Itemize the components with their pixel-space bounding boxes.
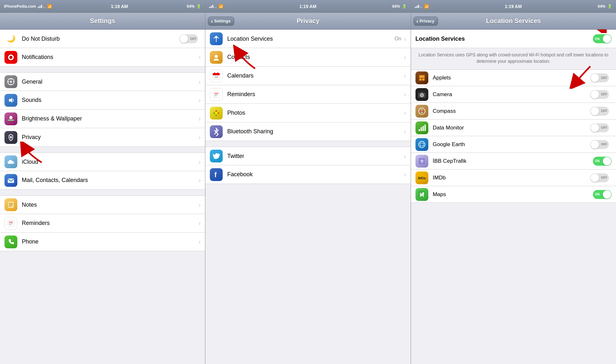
privacy-item-bluetooth[interactable]: Bluetooth Sharing › (205, 122, 410, 141)
imdb-app-icon: IMDb (415, 171, 428, 184)
app-row-ibb-ceptrafik[interactable]: ⚜ İBB CepTrafik (411, 153, 616, 170)
svg-rect-39 (422, 79, 424, 80)
location-services-toggle-row[interactable]: Location Services (411, 29, 616, 48)
applets-toggle[interactable] (590, 73, 609, 82)
camera-app-icon (415, 88, 428, 101)
settings-item-notifications[interactable]: Notifications › (0, 48, 205, 67)
svg-text:14: 14 (215, 76, 218, 79)
svg-marker-9 (9, 98, 12, 103)
app-row-maps[interactable]: Maps (411, 186, 616, 203)
reminders2-chevron: › (404, 91, 406, 98)
location-services-main-label: Location Services (415, 36, 593, 42)
sounds-label: Sounds (22, 97, 199, 103)
location-services-value: On (395, 36, 401, 42)
imdb-toggle[interactable] (590, 173, 609, 182)
location-apps-group: Applets Camera Compass (411, 70, 616, 203)
general-label: General (22, 79, 199, 85)
battery-icon-2: 🔋 (402, 4, 407, 9)
location-services-content: Location Services Location Services uses… (411, 29, 616, 364)
wifi-icon: 📶 (47, 4, 52, 9)
location-back-button[interactable]: Privacy (414, 17, 438, 26)
settings-item-general[interactable]: General › (0, 72, 205, 91)
google-earth-toggle[interactable] (590, 140, 609, 149)
wifi-icon-2: 📶 (218, 4, 223, 9)
notes-label: Notes (22, 202, 199, 208)
status-right-1: 64% 🔋 (187, 4, 201, 9)
svg-text:f: f (214, 171, 217, 179)
general-chevron: › (199, 78, 201, 86)
location-services-main-toggle[interactable] (593, 34, 612, 43)
privacy-item-contacts[interactable]: Contacts › (205, 48, 410, 67)
privacy-item-photos[interactable]: Photos › (205, 104, 410, 122)
camera-toggle[interactable] (590, 90, 609, 99)
settings-item-reminders[interactable]: Reminders › (0, 214, 205, 233)
privacy-label: Privacy (22, 134, 199, 141)
privacy-item-facebook[interactable]: f Facebook › (205, 165, 410, 184)
compass-toggle[interactable] (590, 107, 609, 116)
svg-rect-50 (424, 125, 426, 131)
settings-item-sounds[interactable]: Sounds › (0, 91, 205, 110)
data-monitor-toggle[interactable] (590, 123, 609, 132)
privacy-item-twitter[interactable]: Twitter › (205, 147, 410, 165)
ibb-toggle[interactable] (593, 157, 612, 166)
privacy-item-location[interactable]: Location Services On › (205, 29, 410, 48)
app-row-camera[interactable]: Camera (411, 86, 616, 103)
ibb-label: İBB CepTrafik (433, 158, 593, 164)
status-right-2: 64% 🔋 (392, 4, 407, 9)
svg-point-23 (215, 55, 218, 58)
privacy-item-calendars[interactable]: 14 Calendars › (205, 67, 410, 85)
time-1: 1:18 AM (111, 4, 128, 9)
compass-label: Compass (433, 108, 590, 114)
notes-chevron: › (199, 201, 201, 209)
reminders-label: Reminders (22, 220, 199, 227)
bluetooth-label: Bluetooth Sharing (227, 128, 404, 135)
do-not-disturb-toggle[interactable] (179, 34, 198, 43)
svg-point-42 (421, 95, 423, 96)
svg-point-34 (215, 112, 218, 114)
battery-icon-1: 🔋 (196, 4, 201, 9)
app-row-google-earth[interactable]: Google Earth (411, 136, 616, 153)
reminders2-label: Reminders (227, 91, 404, 98)
svg-point-2 (9, 56, 13, 59)
settings-item-brightness[interactable]: Brightness & Wallpaper › (0, 110, 205, 128)
settings-item-mail[interactable]: Mail, Contacts, Calendars › (0, 171, 205, 190)
settings-item-notes[interactable]: Notes › (0, 195, 205, 214)
sounds-icon (4, 94, 17, 107)
compass-app-icon (415, 105, 428, 118)
svg-marker-46 (419, 111, 424, 112)
app-row-imdb[interactable]: IMDb IMDb (411, 170, 616, 186)
settings-item-icloud[interactable]: iCloud › (0, 153, 205, 171)
photos-label: Photos (227, 110, 404, 116)
bluetooth-icon (210, 125, 223, 138)
svg-rect-49 (423, 126, 424, 131)
svg-rect-48 (421, 127, 422, 131)
maps-label: Maps (433, 191, 593, 198)
app-row-data-monitor[interactable]: Data Monitor (411, 120, 616, 136)
nav-bar-privacy: Settings Privacy (205, 13, 410, 29)
imdb-label: IMDb (433, 175, 590, 181)
privacy-back-button[interactable]: Settings (208, 17, 234, 26)
panel-location-services: 📶 1:19 AM 64% 🔋 Privacy Location Service… (411, 0, 616, 364)
settings-group-3: iCloud › Mail, Contacts, Calendars › (0, 153, 205, 190)
svg-text:IMDb: IMDb (418, 177, 425, 180)
status-left-3: 📶 (415, 4, 429, 9)
app-row-applets[interactable]: Applets (411, 70, 616, 86)
contacts-label: Contacts (227, 54, 404, 61)
notifications-icon (4, 51, 17, 64)
calendars-chevron: › (404, 72, 406, 79)
brightness-icon (4, 112, 17, 125)
contacts-icon (210, 51, 223, 64)
settings-list: 🌙 Do Not Disturb Notifications › General (0, 29, 205, 364)
location-description: Location Services uses GPS along with cr… (411, 48, 616, 70)
notifications-chevron: › (199, 54, 201, 61)
settings-item-phone[interactable]: Phone › (0, 233, 205, 251)
location-services-chevron: › (404, 35, 406, 43)
maps-toggle[interactable] (593, 190, 612, 199)
notifications-label: Notifications (22, 54, 199, 61)
contacts-chevron: › (404, 54, 406, 61)
settings-item-do-not-disturb[interactable]: 🌙 Do Not Disturb (0, 29, 205, 48)
privacy-item-reminders[interactable]: Reminders › (205, 85, 410, 104)
app-row-compass[interactable]: Compass (411, 103, 616, 120)
do-not-disturb-icon: 🌙 (4, 32, 17, 45)
settings-item-privacy[interactable]: Privacy › (0, 128, 205, 147)
